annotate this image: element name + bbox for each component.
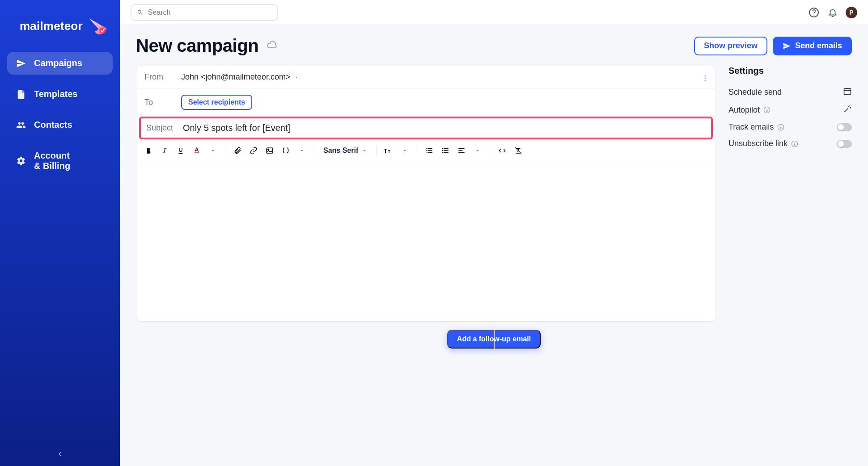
track-emails-toggle[interactable] — [837, 123, 852, 131]
brand-logo-icon — [87, 15, 109, 37]
caret-down-icon — [362, 148, 367, 153]
separator — [417, 146, 417, 155]
from-selector[interactable]: John <john@mailmeteor.com> — [181, 72, 299, 82]
underline-icon — [177, 147, 185, 155]
title-wrap: New campaign — [136, 36, 277, 56]
caret-down-icon — [402, 148, 407, 153]
setting-track-emails: Track emails — [728, 119, 852, 135]
bulleted-list-button[interactable] — [439, 144, 452, 157]
help-button[interactable] — [808, 7, 820, 18]
variables-caret[interactable] — [295, 144, 309, 157]
sidebar-collapse-button[interactable] — [56, 450, 64, 460]
list-ol-icon — [425, 147, 433, 155]
sidebar-item-contacts[interactable]: Contacts — [7, 113, 113, 136]
header-row: New campaign Show preview Send emails — [136, 36, 852, 56]
variables-button[interactable] — [279, 144, 292, 157]
caret-down-icon — [294, 75, 299, 80]
align-caret[interactable] — [471, 144, 484, 157]
add-followup-button[interactable]: Add a follow-up email — [447, 330, 541, 348]
select-recipients-button[interactable]: Select recipients — [181, 95, 252, 110]
sidebar-item-templates[interactable]: Templates — [7, 83, 113, 105]
clear-formatting-button[interactable] — [512, 144, 525, 157]
unsubscribe-toggle[interactable] — [837, 140, 852, 148]
from-value: John <john@mailmeteor.com> — [181, 72, 290, 82]
more-vert-icon — [701, 74, 709, 82]
braces-icon — [282, 147, 290, 155]
search-input[interactable] — [148, 8, 272, 17]
brand-name: mailmeteor — [20, 19, 83, 33]
svg-point-11 — [442, 148, 444, 149]
main: P New campaign Show preview Send emails — [120, 0, 868, 466]
page-title: New campaign — [136, 36, 258, 56]
setting-label: Track emails — [728, 122, 774, 132]
info-icon — [777, 124, 784, 131]
numbered-list-button[interactable] — [423, 144, 436, 157]
separator — [225, 146, 225, 155]
svg-point-8 — [268, 149, 269, 150]
editor-toolbar: Sans Serif TT — [136, 139, 716, 162]
avatar[interactable]: P — [846, 7, 857, 18]
composer: From John <john@mailmeteor.com> To Selec… — [136, 66, 716, 322]
font-selector[interactable]: Sans Serif — [320, 147, 371, 155]
button-label: Select recipients — [188, 98, 245, 106]
button-label: Send emails — [795, 41, 842, 50]
bold-button[interactable] — [142, 144, 155, 157]
button-label: Add a follow-up email — [457, 335, 531, 343]
image-icon — [266, 147, 274, 155]
sidebar-item-campaigns[interactable]: Campaigns — [7, 52, 113, 75]
sidebar-item-label: Contacts — [34, 120, 72, 130]
sidebar: mailmeteor Campaigns — [0, 0, 120, 466]
svg-point-12 — [442, 150, 444, 151]
settings-panel: Settings Schedule send Autopilot — [728, 66, 852, 152]
subject-input[interactable] — [183, 123, 706, 133]
sidebar-item-account-billing[interactable]: Account & Billing — [7, 144, 113, 177]
subject-label: Subject — [146, 123, 183, 133]
italic-button[interactable] — [158, 144, 171, 157]
search-icon — [137, 9, 144, 16]
code-icon — [498, 147, 506, 155]
align-button[interactable] — [455, 144, 468, 157]
document-icon — [16, 89, 26, 99]
code-view-button[interactable] — [495, 144, 509, 157]
send-icon — [783, 42, 791, 50]
help-icon — [809, 7, 819, 18]
sidebar-item-label: Campaigns — [34, 58, 82, 68]
text-color-caret[interactable] — [206, 144, 220, 157]
image-button[interactable] — [263, 144, 276, 157]
italic-icon — [161, 147, 169, 155]
show-preview-button[interactable]: Show preview — [694, 37, 767, 55]
setting-autopilot[interactable]: Autopilot — [728, 101, 852, 119]
setting-schedule-send[interactable]: Schedule send — [728, 83, 852, 101]
svg-rect-14 — [844, 88, 851, 94]
link-button[interactable] — [247, 144, 260, 157]
gear-icon — [16, 156, 26, 166]
bold-icon — [144, 147, 152, 155]
clear-format-icon — [514, 147, 522, 155]
search[interactable] — [131, 4, 278, 21]
setting-unsubscribe-link: Unsubscribe link — [728, 135, 852, 152]
subject-row-highlight: Subject — [139, 117, 713, 139]
svg-point-4 — [705, 78, 706, 79]
text-size-caret[interactable] — [398, 144, 411, 157]
text-color-button[interactable] — [190, 144, 203, 157]
setting-label: Unsubscribe link — [728, 139, 788, 148]
sidebar-item-label: Templates — [34, 89, 77, 99]
svg-rect-6 — [195, 152, 199, 153]
brand: mailmeteor — [7, 13, 113, 49]
sidebar-item-label: Account & Billing — [34, 151, 70, 171]
setting-label: Autopilot — [728, 105, 760, 115]
svg-point-2 — [813, 14, 814, 15]
more-options-button[interactable] — [701, 74, 709, 84]
avatar-initial: P — [849, 9, 853, 16]
notifications-button[interactable] — [827, 7, 838, 18]
svg-text:T: T — [384, 147, 387, 154]
send-emails-button[interactable]: Send emails — [773, 37, 852, 55]
separator — [490, 146, 490, 155]
content: New campaign Show preview Send emails — [120, 25, 868, 466]
text-size-button[interactable]: TT — [382, 144, 395, 157]
caret-down-icon — [299, 148, 305, 153]
email-body-editor[interactable] — [136, 162, 716, 321]
underline-button[interactable] — [174, 144, 187, 157]
svg-point-5 — [705, 80, 706, 81]
attachment-button[interactable] — [231, 144, 244, 157]
